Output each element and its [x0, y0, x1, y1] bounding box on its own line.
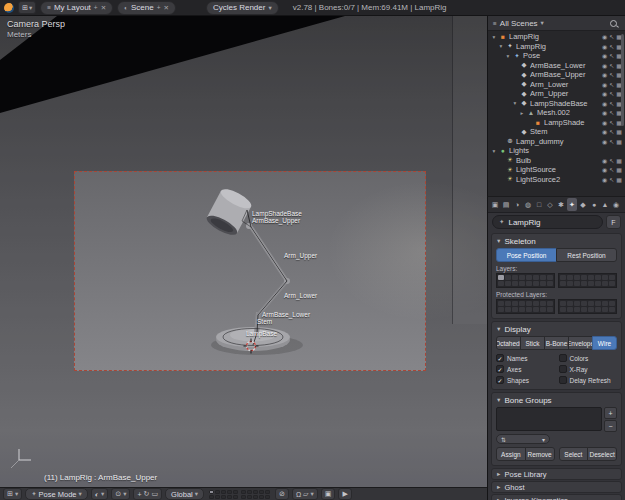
- armature-layer-toggle[interactable]: [602, 275, 608, 280]
- scene-layer-toggle[interactable]: [253, 495, 258, 499]
- armature-layer-toggle[interactable]: [512, 281, 518, 286]
- eye-icon[interactable]: ◉: [602, 43, 607, 50]
- option-delay-refresh[interactable]: Delay Refresh: [559, 375, 618, 385]
- outliner-row[interactable]: ▾■LampRig◉↖▦: [488, 32, 625, 42]
- engine-selector[interactable]: Cycles Render ▾: [206, 1, 279, 15]
- protected-layer-toggle[interactable]: [588, 307, 594, 312]
- select-toggle-icon[interactable]: ↖: [609, 81, 614, 88]
- armature-layer-toggle[interactable]: [567, 275, 573, 280]
- select-button[interactable]: Select: [559, 447, 589, 461]
- add-scene-icon[interactable]: +: [157, 4, 161, 11]
- select-toggle-icon[interactable]: ↖: [609, 138, 614, 145]
- scene-layer-toggle[interactable]: [241, 490, 246, 494]
- eye-icon[interactable]: ◉: [602, 52, 607, 59]
- expand-arrow-icon[interactable]: ▾: [491, 148, 497, 154]
- viewport-3d[interactable]: LampShadeBaseArmBase_UpperArm_UpperArm_L…: [0, 16, 487, 487]
- render-toggle-icon[interactable]: ▦: [616, 138, 622, 145]
- protected-layer-toggle[interactable]: [512, 301, 518, 306]
- outliner-row[interactable]: ◆ArmBase_Upper◉↖▦: [488, 70, 625, 80]
- pivot-center-selector[interactable]: ⊙ ▾: [111, 488, 130, 500]
- skeleton-panel-header[interactable]: ▼ Skeleton: [496, 236, 617, 246]
- assign-button[interactable]: Assign: [496, 447, 526, 461]
- protected-layer-toggle[interactable]: [567, 301, 573, 306]
- render-toggle-icon[interactable]: ▦: [616, 128, 622, 135]
- outliner-row[interactable]: ◆Stem◉↖▦: [488, 127, 625, 137]
- protected-layer-toggle[interactable]: [588, 301, 594, 306]
- armature-layer-toggle[interactable]: [588, 275, 594, 280]
- protected-layer-toggle[interactable]: [602, 301, 608, 306]
- protected-layer-toggle[interactable]: [519, 307, 525, 312]
- armature-layer-toggle[interactable]: [512, 275, 518, 280]
- eye-icon[interactable]: ◉: [602, 100, 607, 107]
- bone-display-octahedr-button[interactable]: Octahedr: [496, 336, 521, 350]
- outliner-row[interactable]: ▾●Lights: [488, 146, 625, 156]
- panel-ghost[interactable]: ►Ghost: [491, 481, 622, 493]
- armature-layer-toggle[interactable]: [519, 275, 525, 280]
- properties-tab-scene[interactable]: ◑: [512, 198, 522, 211]
- select-toggle-icon[interactable]: ↖: [609, 166, 614, 173]
- armature-layer-toggle[interactable]: [519, 281, 525, 286]
- select-toggle-icon[interactable]: ↖: [609, 100, 614, 107]
- scene-layer-toggle[interactable]: [227, 495, 232, 499]
- armature-layer-toggle[interactable]: [547, 281, 553, 286]
- protected-layer-toggle[interactable]: [560, 307, 566, 312]
- protected-layer-toggle[interactable]: [547, 307, 553, 312]
- scene-layer-toggle[interactable]: [259, 490, 264, 494]
- add-layout-icon[interactable]: +: [94, 4, 98, 11]
- bone-display-envelope-button[interactable]: Envelope: [568, 336, 593, 350]
- properties-tab-modifiers[interactable]: ✱: [556, 198, 566, 211]
- select-toggle-icon[interactable]: ↖: [609, 128, 614, 135]
- close-scene-icon[interactable]: ✕: [164, 4, 169, 12]
- outliner-row[interactable]: ☀LightSource◉↖▦: [488, 165, 625, 175]
- properties-tab-bone[interactable]: ◆: [578, 198, 588, 211]
- expand-arrow-icon[interactable]: ▾: [498, 43, 504, 49]
- scene-layer-toggle[interactable]: [259, 495, 264, 499]
- select-toggle-icon[interactable]: ↖: [609, 43, 614, 50]
- properties-tab-physics[interactable]: ◉: [611, 198, 621, 211]
- scale-manipulator-icon[interactable]: ▭: [151, 490, 158, 498]
- armature-layer-toggle[interactable]: [567, 281, 573, 286]
- scene-layer-toggle[interactable]: [233, 490, 238, 494]
- protected-layer-toggle[interactable]: [609, 307, 615, 312]
- bone-groups-panel-header[interactable]: ▼ Bone Groups: [496, 395, 617, 405]
- expand-arrow-icon[interactable]: ▾: [505, 53, 511, 59]
- display-panel-header[interactable]: ▼ Display: [496, 324, 617, 334]
- scene-layer-toggle[interactable]: [233, 495, 238, 499]
- option-shapes[interactable]: ✓Shapes: [496, 375, 555, 385]
- armature-layer-toggle[interactable]: [540, 275, 546, 280]
- viewport-shading-selector[interactable]: ◐ ▾: [91, 488, 109, 500]
- select-toggle-icon[interactable]: ↖: [609, 33, 614, 40]
- scene-layer-toggle[interactable]: [209, 490, 214, 494]
- search-icon[interactable]: [610, 20, 617, 27]
- protected-layer-toggle[interactable]: [540, 307, 546, 312]
- properties-tab-render[interactable]: ▣: [490, 198, 500, 211]
- protected-layer-toggle[interactable]: [574, 307, 580, 312]
- protected-layer-toggle[interactable]: [581, 307, 587, 312]
- close-layout-icon[interactable]: ✕: [101, 4, 106, 12]
- option-axes[interactable]: ✓Axes: [496, 364, 555, 374]
- outliner-row[interactable]: ◆Arm_Upper◉↖▦: [488, 89, 625, 99]
- eye-icon[interactable]: ◉: [602, 119, 607, 126]
- fake-user-button[interactable]: F: [606, 215, 621, 229]
- eye-icon[interactable]: ◉: [602, 138, 607, 145]
- eye-icon[interactable]: ◉: [602, 90, 607, 97]
- outliner-row[interactable]: ■LampShade◉↖▦: [488, 118, 625, 128]
- manipulator-toggles[interactable]: + ↻ ▭: [133, 488, 162, 500]
- opengl-render-anim-button[interactable]: ▶: [338, 488, 351, 500]
- armature-layer-toggle[interactable]: [588, 281, 594, 286]
- checkbox[interactable]: ✓: [496, 365, 504, 373]
- properties-tab-material[interactable]: ●: [589, 198, 599, 211]
- protected-layer-toggle[interactable]: [519, 301, 525, 306]
- scene-selector[interactable]: ◐ Scene + ✕: [117, 1, 176, 15]
- outliner-row[interactable]: ▾✦Pose◉↖▦: [488, 51, 625, 61]
- protected-layer-toggle[interactable]: [540, 301, 546, 306]
- armature-layer-toggle[interactable]: [560, 275, 566, 280]
- armature-layer-toggle[interactable]: [609, 275, 615, 280]
- armature-layer-toggle[interactable]: [574, 281, 580, 286]
- scene-layer-toggle[interactable]: [253, 490, 258, 494]
- render-toggle-icon[interactable]: ▦: [616, 166, 622, 173]
- outliner-row[interactable]: ◆ArmBase_Lower◉↖▦: [488, 61, 625, 71]
- armature-layers-widget[interactable]: [496, 273, 617, 288]
- bone-display-wire-button[interactable]: Wire: [592, 336, 617, 350]
- scene-layer-toggle[interactable]: [221, 490, 226, 494]
